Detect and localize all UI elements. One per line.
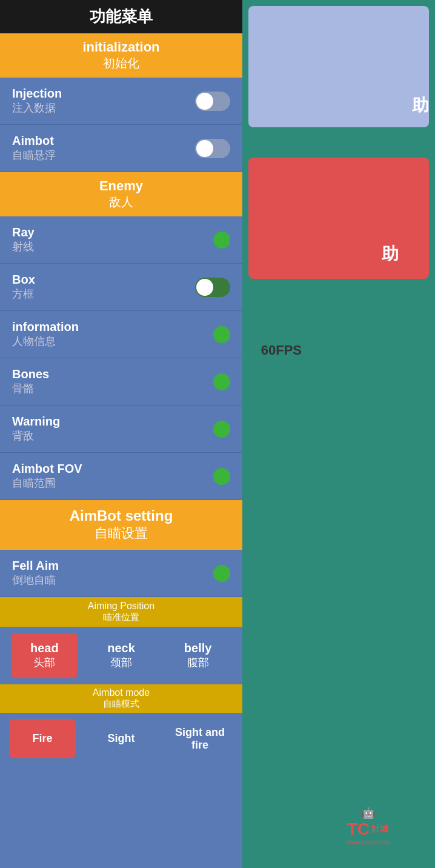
information-row[interactable]: information 人物信息 [0,311,242,358]
ray-en: Ray [12,225,35,239]
aiming-position-header: Aiming Position 瞄准位置 [0,597,242,627]
box-toggle-knob [196,279,213,296]
ray-zh: 射线 [12,239,34,254]
right-blue-box [248,6,429,127]
aimbot-toggle-row[interactable]: Aimbot 自瞄悬浮 [0,125,242,172]
initialization-en: initialization [82,39,159,55]
aimbot-mode-header: Aimbot mode 自瞄模式 [0,684,242,713]
bones-en: Bones [12,367,49,381]
aimbot-setting-zh: 自瞄设置 [95,524,148,542]
aimbot-fov-row[interactable]: Aimbot FOV 自瞄范围 [0,453,242,500]
sight-and-fire-button[interactable]: Sight and fire [167,719,233,758]
warning-zh: 背敌 [12,429,34,443]
head-btn-zh: 头部 [33,655,55,670]
aiming-position-en: Aiming Position [88,601,154,612]
aimbot-toggle-text: Aimbot 自瞄悬浮 [12,134,56,162]
warning-en: Warning [12,415,60,429]
fell-aim-row[interactable]: Fell Aim 倒地自瞄 [0,550,242,597]
belly-button[interactable]: belly 腹部 [165,633,231,678]
information-zh: 人物信息 [12,334,56,349]
right-red-box [248,158,429,279]
aimbot-setting-header[interactable]: AimBot setting 自瞄设置 [0,500,242,550]
aimbot-float-toggle[interactable] [195,139,230,158]
position-buttons-row: head 头部 neck 颈部 belly 腹部 [0,627,242,684]
aimbot-fov-en: Aimbot FOV [12,462,82,476]
bones-row[interactable]: Bones 骨骼 [0,358,242,406]
bones-indicator[interactable] [213,373,230,390]
ray-indicator[interactable] [213,232,230,249]
bones-zh: 骨骼 [12,381,34,396]
bones-text: Bones 骨骼 [12,367,49,396]
box-text: Box 方框 [12,273,35,301]
sight-button[interactable]: Sight [88,719,154,758]
enemy-header[interactable]: Enemy 敌人 [0,172,242,216]
watermark-tc: TC [347,820,370,839]
fell-aim-zh: 倒地自瞄 [12,573,56,587]
head-button[interactable]: head 头部 [11,633,78,678]
head-btn-en: head [30,641,59,655]
enemy-en: Enemy [99,178,143,194]
aimbot-fov-zh: 自瞄范围 [12,476,56,490]
aimbot-toggle-zh: 自瞄悬浮 [12,148,56,162]
belly-btn-en: belly [184,641,212,655]
warning-row[interactable]: Warning 背敌 [0,406,242,453]
injection-toggle[interactable] [195,92,230,111]
left-menu-panel: 功能菜单 initialization 初始化 Injection 注入数据 A… [0,0,242,868]
fell-aim-text: Fell Aim 倒地自瞄 [12,559,59,587]
warning-text: Warning 背敌 [12,415,60,443]
sight-btn-label: Sight [108,732,135,745]
box-en: Box [12,273,35,287]
initialization-header[interactable]: initialization 初始化 [0,33,242,78]
box-toggle[interactable] [195,278,230,297]
watermark: 🤖 TC 社城 www.tcsqw.com [308,795,429,856]
neck-btn-zh: 颈部 [110,655,132,670]
aimbot-float-toggle-knob [196,140,213,157]
box-zh: 方框 [12,287,34,301]
right-panel [242,0,435,868]
fell-aim-indicator[interactable] [213,565,230,582]
title-bar: 功能菜单 [0,0,242,33]
initialization-zh: 初始化 [103,55,139,72]
aiming-position-zh: 瞄准位置 [103,612,139,623]
fire-btn-label: Fire [32,732,52,745]
belly-btn-zh: 腹部 [187,655,209,670]
box-row[interactable]: Box 方框 [0,264,242,311]
ray-row[interactable]: Ray 射线 [0,216,242,264]
aimbot-setting-en: AimBot setting [70,507,173,524]
fell-aim-en: Fell Aim [12,559,59,573]
right-blue-assist-text: 助 [412,94,429,117]
fire-buttons-row: Fire Sight Sight and fire [0,713,242,764]
neck-button[interactable]: neck 颈部 [88,633,154,678]
injection-toggle-knob [196,93,213,110]
sight-fire-btn-label: Sight and fire [167,726,233,752]
neck-btn-en: neck [107,641,135,655]
injection-zh: 注入数据 [12,101,56,115]
fire-button[interactable]: Fire [9,719,76,758]
watermark-url: www.tcsqw.com [347,839,390,846]
injection-text: Injection 注入数据 [12,87,62,115]
aimbot-toggle-en: Aimbot [12,134,54,148]
ray-text: Ray 射线 [12,225,35,254]
aimbot-fov-text: Aimbot FOV 自瞄范围 [12,462,82,490]
information-en: information [12,320,79,334]
information-indicator[interactable] [213,326,230,343]
page-title: 功能菜单 [90,6,153,27]
right-red-assist-text: 助 [382,242,399,265]
aimbot-fov-indicator[interactable] [213,468,230,485]
aimbot-mode-en: Aimbot mode [93,687,150,698]
information-text: information 人物信息 [12,320,79,349]
injection-en: Injection [12,87,62,101]
watermark-brand: 社城 [371,824,388,835]
injection-row[interactable]: Injection 注入数据 [0,78,242,125]
aimbot-mode-zh: 自瞄模式 [103,698,139,710]
fps-display: 60FPS [261,342,302,358]
warning-indicator[interactable] [213,421,230,438]
enemy-zh: 敌人 [109,194,133,210]
